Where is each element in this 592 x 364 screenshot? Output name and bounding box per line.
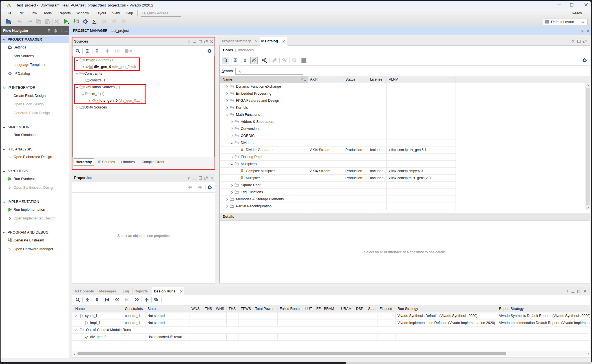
svg-text:10: 10 [76, 21, 79, 23]
svg-text:i: i [304, 59, 304, 62]
svg-text:?: ? [581, 29, 584, 33]
svg-text:10: 10 [10, 240, 12, 242]
svg-text:?: ? [187, 176, 190, 180]
svg-text:?: ? [572, 39, 574, 43]
svg-text:?: ? [566, 290, 568, 293]
